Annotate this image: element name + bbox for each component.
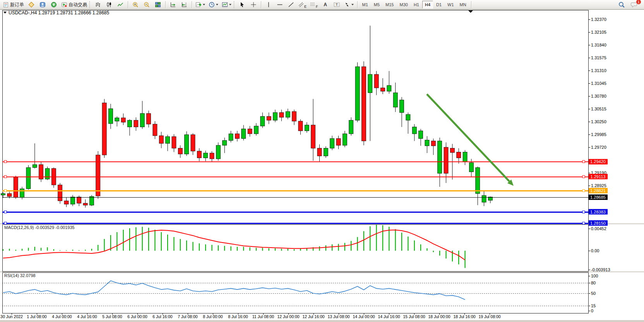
candle-bull [368,74,372,93]
price-tick-label: 1.29720 [591,145,606,150]
text-button[interactable]: A [320,0,331,9]
chart-canvas[interactable]: 1.323701.321051.318401.315751.313101.310… [0,0,644,322]
level-handle[interactable] [582,189,585,192]
level-handle[interactable] [4,176,7,178]
macd-histogram-bar [98,245,98,251]
candle-bear [14,177,18,197]
level-handle[interactable] [582,222,585,224]
timeframe-h1-button[interactable]: H1 [411,1,422,9]
candle-bull [343,134,347,145]
time-label: 1 Jul 08:00 [27,314,47,319]
timeframe-h4-button[interactable]: H4 [422,1,433,9]
search-icon [618,2,625,8]
time-label: 14 Jul 00:00 [353,314,375,319]
auto-scroll-button[interactable] [168,0,178,9]
price-level-badge: 1.29420 [589,159,608,164]
macd-histogram-bar [395,229,396,251]
candle-bull [26,167,31,189]
macd-histogram-bar [91,249,92,251]
time-label: 18 Jul 16:00 [453,314,475,319]
crosshair-button[interactable] [248,0,259,9]
candle-bear [191,135,195,151]
zoom-out-button[interactable] [141,0,152,9]
macd-histogram-bar [262,248,263,251]
channel-letter: E [304,5,307,9]
search-button[interactable] [616,0,627,9]
candle-bull [463,152,467,162]
level-handle[interactable] [582,176,585,178]
cursor-button[interactable] [237,0,248,9]
candlestick-chart-icon [106,2,112,8]
macd-histogram-bar [15,250,16,251]
time-label: 30 Jun 2022 [0,314,23,319]
candlestick-chart-button[interactable] [104,0,115,9]
trendline-button[interactable] [286,0,296,9]
macd-histogram-bar [250,247,250,251]
candle-bull [400,100,404,112]
profile-button[interactable] [37,0,48,9]
bar-chart-button[interactable] [92,0,103,9]
time-label: 8 Jul 16:00 [228,314,248,319]
zoom-in-button[interactable] [130,0,141,9]
candle-bear [279,112,284,117]
price-tick-label: 1.30780 [591,94,606,98]
mql5-community-button[interactable] [26,0,37,9]
time-label: 12 Jul 16:00 [302,314,324,319]
fibonacci-button[interactable]: F [308,0,320,9]
timeframe-m5-button[interactable]: M5 [371,1,382,9]
level-handle[interactable] [4,222,7,224]
vertical-line-button[interactable] [263,0,274,9]
signals-button[interactable] [48,0,59,9]
candle-bear [267,116,271,120]
candle-bull [330,139,334,148]
macd-histogram-bar [3,249,3,251]
line-chart-button[interactable] [115,0,126,9]
price-tick-label: 1.31575 [591,55,606,60]
timeframe-w1-button[interactable]: W1 [445,1,457,9]
indicators-button[interactable] [194,0,207,9]
chart-shift-button[interactable] [179,0,190,9]
toolbar-grip[interactable] [89,1,91,8]
candle-bear [77,197,81,203]
time-label: 13 Jul 08:00 [327,314,349,319]
level-handle[interactable] [582,160,585,163]
text-label-button[interactable]: T [331,0,342,9]
level-handle[interactable] [582,211,585,213]
macd-histogram-bar [376,225,377,251]
periods-caret-icon [216,4,218,5]
candle-bull [140,114,144,127]
chat-button[interactable]: 1 [629,0,639,9]
timeframe-d1-button[interactable]: D1 [433,1,444,9]
timeframe-m15-button[interactable]: M15 [383,1,396,9]
tile-windows-button[interactable] [152,0,163,9]
candle-bull [128,120,132,127]
new-order-button[interactable]: 新订单 [2,0,26,9]
candle-bull [286,112,290,117]
horizontal-line-button[interactable] [274,0,285,9]
timeframe-m1-button[interactable]: M1 [360,1,371,9]
equidistant-channel-button[interactable]: E [297,0,308,9]
level-handle[interactable] [4,211,7,213]
candle-bull [305,125,309,131]
macd-histogram-bar [325,245,326,251]
price-tick-label: 1.32370 [591,17,606,22]
candle-bear [210,153,214,159]
candle-bull [89,196,94,205]
badge-label: 1.29420 [590,159,606,164]
arrows-button[interactable] [343,0,355,9]
macd-histogram-bar [231,246,231,251]
level-handle[interactable] [4,189,7,192]
periods-button[interactable] [207,0,220,9]
rsi-tick-label: 50 [591,291,596,296]
candle-bull [242,129,246,139]
price-tick-label: 1.31310 [591,68,606,73]
templates-button[interactable] [220,0,233,9]
text-tool-letter: A [324,2,327,7]
autotrading-button[interactable]: 自动交易 [60,0,89,9]
candle-bear [235,134,239,138]
toolbar-grip[interactable] [234,1,235,8]
timeframe-m30-button[interactable]: M30 [397,1,410,9]
timeframe-mn-button[interactable]: MN [457,1,469,9]
level-handle[interactable] [4,160,7,163]
line-chart-icon [117,2,123,8]
